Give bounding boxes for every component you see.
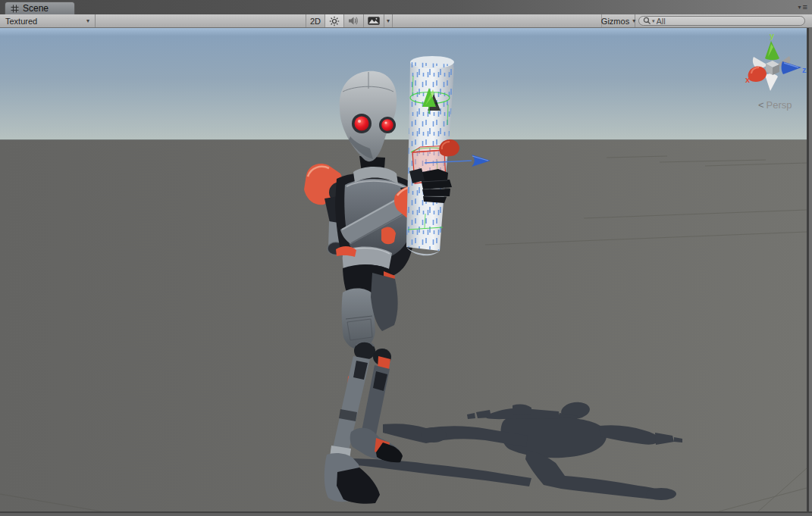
image-icon xyxy=(368,17,380,25)
effects-dropdown-button[interactable]: ▾ xyxy=(384,14,393,27)
grid-icon xyxy=(11,5,19,13)
search-filter-arrow-icon[interactable]: ▾ xyxy=(652,18,655,24)
pane-menu[interactable]: ▾ ≡ xyxy=(798,2,807,13)
scene-toolbar: Textured ▾ 2D xyxy=(0,14,812,28)
render-mode-label: Textured xyxy=(5,17,37,26)
tab-strip: Scene ▾ ≡ xyxy=(0,0,812,14)
projection-arrow-icon: < xyxy=(758,99,764,111)
effects-toggle-button[interactable] xyxy=(363,14,384,27)
gizmos-dropdown[interactable]: Gizmos ▾ xyxy=(601,14,635,27)
window-bottom-edge xyxy=(0,513,812,516)
axis-x-label[interactable]: x xyxy=(745,75,751,84)
lighting-toggle-button[interactable] xyxy=(324,14,343,27)
scene-tab[interactable]: Scene xyxy=(5,2,75,14)
chevron-down-icon: ▾ xyxy=(387,17,390,24)
chevron-down-icon: ▾ xyxy=(632,17,635,24)
view-toggle-group: 2D xyxy=(306,14,393,27)
chevron-down-icon: ▾ xyxy=(86,17,89,24)
speaker-icon xyxy=(348,16,359,26)
search-input[interactable] xyxy=(657,17,778,25)
search-icon xyxy=(643,17,651,25)
2d-toggle-button[interactable]: 2D xyxy=(306,14,324,27)
pane-dropdown-icon[interactable]: ▾ xyxy=(798,5,801,11)
projection-toggle[interactable]: <Persp xyxy=(758,99,792,111)
hamburger-icon[interactable]: ≡ xyxy=(803,3,807,11)
sky xyxy=(0,28,807,140)
2d-label: 2D xyxy=(310,17,321,26)
axis-y-label[interactable]: y xyxy=(770,31,775,40)
scene-search-field[interactable]: ▾ xyxy=(638,16,805,26)
window-right-edge xyxy=(809,28,812,511)
scene-viewport[interactable]: y z x <Persp xyxy=(0,28,807,511)
projection-label: Persp xyxy=(767,99,792,111)
sun-icon xyxy=(329,16,340,27)
viewport-canvas[interactable]: y z x <Persp xyxy=(0,28,807,511)
tab-title: Scene xyxy=(23,3,49,14)
render-mode-dropdown[interactable]: Textured ▾ xyxy=(0,14,96,27)
audio-toggle-button[interactable] xyxy=(343,14,363,27)
gizmos-label: Gizmos xyxy=(601,17,629,26)
